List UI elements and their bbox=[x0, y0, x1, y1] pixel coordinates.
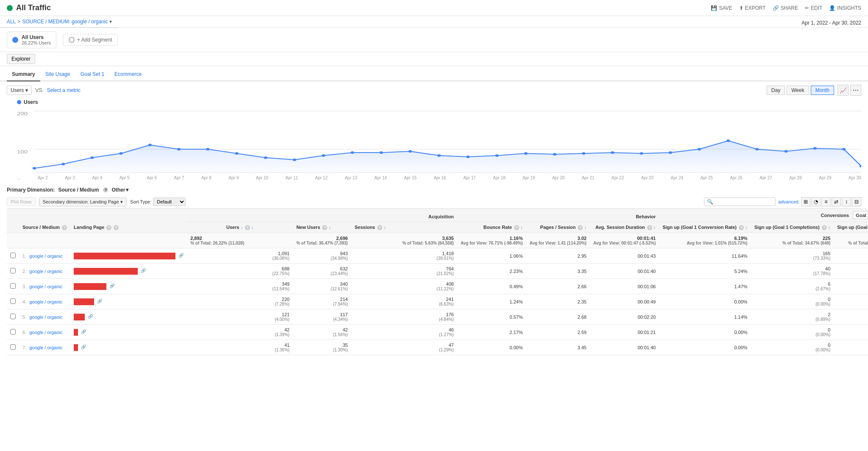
data-point bbox=[582, 152, 585, 155]
export-action[interactable]: ⬆ EXPORT bbox=[739, 5, 766, 11]
segment-all-users[interactable]: All Users 26.22% Users bbox=[7, 31, 56, 48]
row-users-4: 121 (4.00%) bbox=[187, 309, 293, 325]
bar-link-icon-3[interactable]: 🔗 bbox=[97, 299, 102, 303]
save-action[interactable]: 💾 SAVE bbox=[711, 5, 732, 11]
bar-link-icon-6[interactable]: 🔗 bbox=[81, 345, 86, 349]
row-bar-3: 🔗 bbox=[70, 294, 187, 309]
tab-ecommerce[interactable]: Ecommerce bbox=[109, 68, 147, 81]
new-users-col-header[interactable]: New Users ? bbox=[293, 222, 351, 233]
avg-session-col-header[interactable]: Avg. Session Duration ? bbox=[590, 222, 659, 233]
tab-summary[interactable]: Summary bbox=[7, 68, 40, 81]
view-buttons: ⊞ ◔ ≡ ⇄ ↕ ⊟ bbox=[801, 197, 861, 206]
row-checkbox-5[interactable] bbox=[7, 325, 19, 340]
row-checkbox-1[interactable] bbox=[7, 264, 19, 279]
row-bar-2: 🔗 bbox=[70, 279, 187, 294]
source-link-5[interactable]: google / organic bbox=[29, 330, 62, 335]
row-signup-rate-3: 0.00% bbox=[659, 294, 751, 309]
row-signup-comp-6: 0 (0.00%) bbox=[751, 340, 834, 355]
line-chart-button[interactable]: 📈 bbox=[837, 85, 849, 96]
search-input[interactable] bbox=[713, 199, 773, 204]
insights-action[interactable]: 👤 INSIGHTS bbox=[829, 5, 861, 11]
sessions-col-header[interactable]: Sessions ? bbox=[351, 222, 457, 233]
breadcrumb-path[interactable]: SOURCE / MEDIUM: google / organic bbox=[22, 19, 108, 25]
data-point bbox=[495, 154, 498, 157]
signup-rate-help-icon: ? bbox=[739, 225, 744, 230]
pie-view-button[interactable]: ◔ bbox=[811, 197, 821, 206]
totals-checkbox bbox=[7, 233, 19, 248]
data-point bbox=[33, 167, 36, 170]
save-icon: 💾 bbox=[711, 5, 717, 11]
plot-rows-button[interactable]: Plot Rows bbox=[7, 198, 36, 206]
select-metric-link[interactable]: Select a metric bbox=[47, 87, 81, 93]
day-button[interactable]: Day bbox=[767, 86, 785, 95]
goal-dropdown[interactable]: Goal 1: Sign up ▾ bbox=[853, 211, 868, 219]
row-pps-1: 3.35 bbox=[526, 264, 590, 279]
advanced-link[interactable]: advanced bbox=[778, 199, 798, 204]
add-segment-button[interactable]: + Add Segment bbox=[63, 34, 117, 46]
signup-comp-col-header[interactable]: Sign up (Goal 1 Completions) ? bbox=[751, 222, 834, 233]
source-link-1[interactable]: google / organic bbox=[29, 269, 62, 274]
row-sessions-0: 1,418 (39.01%) bbox=[351, 248, 457, 264]
source-link-2[interactable]: google / organic bbox=[29, 284, 62, 289]
row-num-source-4: 5. google / organic bbox=[19, 309, 70, 325]
breadcrumb-all[interactable]: ALL bbox=[7, 19, 16, 25]
dot-chart-button[interactable]: ⋯ bbox=[850, 85, 861, 96]
metric-dropdown[interactable]: Users ▾ bbox=[7, 86, 32, 95]
row-bar-0: 🔗 bbox=[70, 248, 187, 264]
bar-link-icon-1[interactable]: 🔗 bbox=[141, 268, 146, 273]
data-point bbox=[524, 152, 528, 155]
data-point bbox=[119, 152, 122, 155]
row-signup-comp-0: 165 (73.33%) bbox=[751, 248, 834, 264]
table-view-button[interactable]: ≡ bbox=[821, 197, 831, 206]
breadcrumb: ALL > SOURCE / MEDIUM: google / organic … bbox=[0, 16, 119, 28]
vs-label: VS. bbox=[35, 87, 43, 93]
tab-site-usage[interactable]: Site Usage bbox=[40, 68, 75, 81]
data-point bbox=[437, 154, 441, 157]
explorer-button[interactable]: Explorer bbox=[7, 54, 35, 64]
pps-col-header[interactable]: Pages / Session ? bbox=[526, 222, 590, 233]
week-button[interactable]: Week bbox=[787, 86, 809, 95]
bar-fill-6 bbox=[74, 344, 78, 351]
row-users-2: 349 (11.54%) bbox=[187, 279, 293, 294]
chart-controls: Users ▾ VS. Select a metric Day Week Mon… bbox=[0, 81, 868, 97]
row-checkbox-0[interactable] bbox=[7, 248, 19, 264]
source-link-3[interactable]: google / organic bbox=[29, 299, 62, 304]
bar-link-icon-4[interactable]: 🔗 bbox=[88, 314, 93, 319]
other-link[interactable]: Other ▾ bbox=[111, 187, 128, 193]
secondary-dimension-button[interactable]: Secondary dimension: Landing Page ▾ bbox=[39, 198, 127, 206]
compare-view-button[interactable]: ⇄ bbox=[832, 197, 841, 206]
bar-fill-1 bbox=[74, 268, 138, 275]
row-bounce-1: 2.23% bbox=[457, 264, 526, 279]
grid-view-button[interactable]: ⊞ bbox=[801, 197, 810, 206]
row-checkbox-6[interactable] bbox=[7, 340, 19, 355]
row-checkbox-3[interactable] bbox=[7, 294, 19, 309]
edit-action[interactable]: ✏ EDIT bbox=[805, 5, 822, 11]
sort-type-dropdown[interactable]: Default Weighted Absolute bbox=[153, 198, 186, 206]
source-link-6[interactable]: google / organic bbox=[29, 345, 62, 350]
users-col-header[interactable]: Users ↓ ? bbox=[187, 222, 293, 233]
bar-link-icon-5[interactable]: 🔗 bbox=[81, 329, 86, 334]
acquisition-header: Acquisition bbox=[187, 209, 457, 222]
row-pps-3: 2.35 bbox=[526, 294, 590, 309]
bar-fill-0 bbox=[74, 253, 175, 259]
bar-link-icon-2[interactable]: 🔗 bbox=[109, 284, 114, 288]
bounce-rate-col-header[interactable]: Bounce Rate ? bbox=[457, 222, 526, 233]
row-checkbox-4[interactable] bbox=[7, 309, 19, 325]
share-action[interactable]: 🔗 SHARE bbox=[773, 5, 798, 11]
table-row: 7. google / organic 🔗 41 (1.36%) 35 (1.3… bbox=[7, 340, 868, 355]
data-point bbox=[235, 152, 238, 155]
extra-view-button1[interactable]: ↕ bbox=[842, 197, 851, 206]
tab-goal-set-1[interactable]: Goal Set 1 bbox=[75, 68, 109, 81]
breadcrumb-chevron: ▾ bbox=[109, 19, 112, 25]
bar-link-icon-0[interactable]: 🔗 bbox=[178, 253, 184, 258]
signup-rate-col-header[interactable]: Sign up (Goal 1 Conversion Rate) ? bbox=[659, 222, 751, 233]
signup-value-col-header[interactable]: Sign up (Goal 1 Value) ? bbox=[834, 222, 868, 233]
source-link-4[interactable]: google / organic bbox=[29, 315, 62, 320]
extra-view-button2[interactable]: ⊟ bbox=[852, 197, 861, 206]
x-axis-labels: ...Apr 2Apr 3Apr 4Apr 5Apr 6Apr 7 Apr 8A… bbox=[17, 175, 861, 181]
month-button[interactable]: Month bbox=[811, 86, 834, 95]
row-checkbox-2[interactable] bbox=[7, 279, 19, 294]
explorer-tab-bar: Explorer bbox=[0, 52, 868, 66]
source-link-0[interactable]: google / organic bbox=[29, 253, 62, 259]
bar-fill-2 bbox=[74, 283, 106, 290]
